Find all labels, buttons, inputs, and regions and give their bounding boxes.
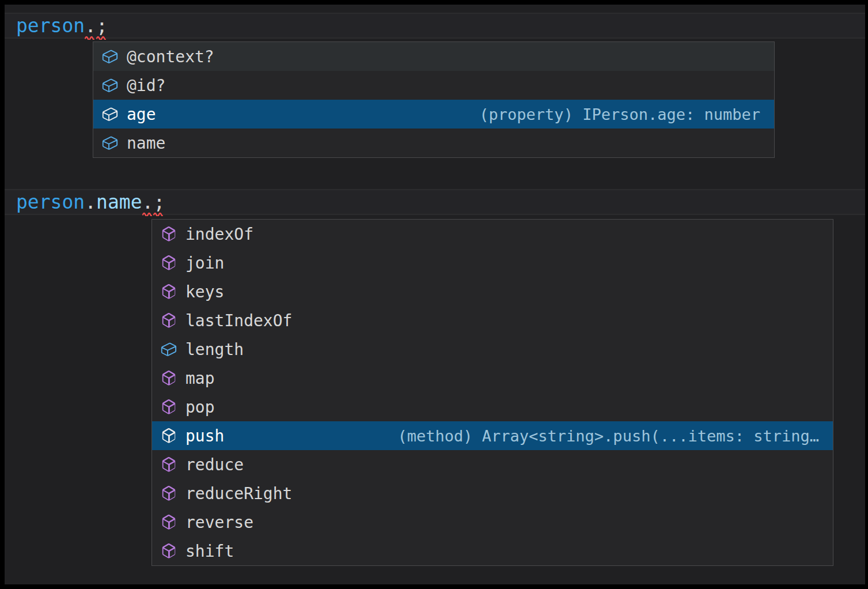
suggestion-item[interactable]: pop <box>152 392 833 421</box>
code-token: . <box>142 189 154 215</box>
suggestion-label: length <box>185 340 244 359</box>
symbol-field-icon <box>101 134 119 152</box>
code-token: . <box>85 189 96 215</box>
window-frame: person.; @context?@id?age(property) IPer… <box>0 0 868 589</box>
suggest-widget: @context?@id?age(property) IPerson.age: … <box>93 41 775 158</box>
suggestion-label: @id? <box>127 76 165 95</box>
symbol-field-icon <box>101 77 119 94</box>
symbol-method-icon <box>160 542 177 560</box>
suggestion-label: reverse <box>185 513 253 532</box>
suggestion-label: keys <box>185 282 224 301</box>
symbol-method-icon <box>160 254 177 271</box>
suggestion-detail: (property) IPerson.age: number <box>462 105 760 123</box>
code-editor[interactable]: person.; @context?@id?age(property) IPer… <box>5 5 865 584</box>
symbol-field-icon <box>101 105 119 123</box>
code-token: person <box>16 189 85 215</box>
code-token: ; <box>96 13 108 39</box>
suggest-widget: indexOfjoinkeyslastIndexOflengthmappoppu… <box>151 219 833 566</box>
symbol-method-icon <box>160 485 177 502</box>
symbol-method-icon <box>160 312 177 329</box>
symbol-field-icon <box>101 48 119 65</box>
symbol-method-icon <box>160 456 177 473</box>
suggestion-item[interactable]: reduceRight <box>152 479 833 508</box>
suggestion-item[interactable]: join <box>152 248 833 277</box>
suggestion-item[interactable]: shift <box>152 537 833 565</box>
suggestion-item[interactable]: push(method) Array<string>.push(...items… <box>152 421 833 450</box>
code-line[interactable]: person.; <box>5 13 865 39</box>
suggestion-label: reduce <box>185 455 244 474</box>
suggestion-label: join <box>185 254 224 273</box>
suggestion-label: reduceRight <box>185 484 292 503</box>
suggestion-detail: (method) Array<string>.push(...items: st… <box>381 427 820 445</box>
suggestion-item[interactable]: age(property) IPerson.age: number <box>93 100 774 129</box>
suggestion-label: @context? <box>127 47 214 66</box>
suggestion-item[interactable]: keys <box>152 277 833 306</box>
suggestion-item[interactable]: indexOf <box>152 220 833 248</box>
suggestion-item[interactable]: map <box>152 364 833 392</box>
suggestion-label: name <box>127 134 165 153</box>
suggestion-label: age <box>127 105 156 124</box>
code-token: ; <box>153 189 165 215</box>
suggestion-label: map <box>185 369 215 388</box>
suggestion-label: indexOf <box>185 225 253 244</box>
code-token: name <box>96 189 142 215</box>
symbol-method-icon <box>160 225 177 243</box>
suggestion-item[interactable]: name <box>93 129 774 157</box>
suggestion-item[interactable]: reverse <box>152 508 833 537</box>
symbol-method-icon <box>160 514 177 531</box>
suggestion-item[interactable]: length <box>152 335 833 364</box>
code-token: person <box>16 13 85 39</box>
suggestion-item[interactable]: @id? <box>93 71 774 100</box>
symbol-field-icon <box>160 341 177 358</box>
suggestion-label: push <box>185 426 224 445</box>
suggestion-item[interactable]: lastIndexOf <box>152 306 833 335</box>
code-token: . <box>85 13 96 39</box>
symbol-method-icon <box>160 427 177 444</box>
code-line[interactable]: person.name.; <box>5 189 865 215</box>
symbol-method-icon <box>160 369 177 387</box>
suggestion-label: lastIndexOf <box>185 311 292 330</box>
symbol-method-icon <box>160 283 177 300</box>
symbol-method-icon <box>160 398 177 416</box>
suggestion-item[interactable]: @context? <box>93 42 774 71</box>
suggestion-label: shift <box>185 542 234 561</box>
suggestion-item[interactable]: reduce <box>152 450 833 479</box>
suggestion-label: pop <box>185 398 215 417</box>
